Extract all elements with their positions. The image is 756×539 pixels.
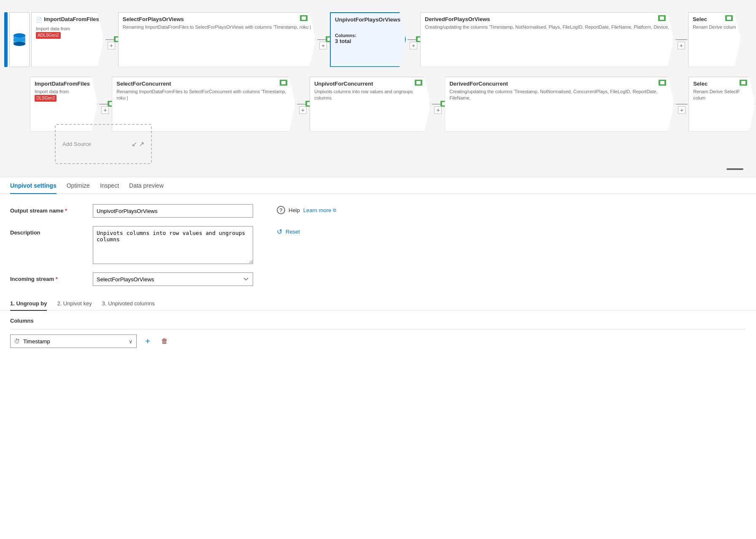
tab-unpivot-settings[interactable]: Unpivot settings (10, 177, 57, 194)
add-source-area[interactable]: Add Source ↙ ↗ (55, 124, 152, 164)
description-label: Description (10, 226, 86, 236)
derived-node-1-subtitle: Creating/updating the columns 'Timestamp… (425, 24, 669, 30)
column-add-button[interactable]: + (142, 335, 154, 347)
add-source-label: Add Source (62, 141, 91, 147)
derived-node-2-subtitle: Creating/updating the columns 'Timestamp… (449, 89, 670, 102)
sub-tab-unpivot-key[interactable]: 2. Unpivot key (57, 296, 92, 311)
unpivot-node-1-title: UnpivotForPlaysOrViews (335, 16, 401, 23)
learn-more-link[interactable]: Learn more ⧉ (303, 207, 336, 213)
select-node-1-title: SelectForPlaysOrViews (123, 16, 311, 22)
pipeline-row-1: 📄 ImportDataFromFiles Import data from A… (4, 7, 756, 72)
required-indicator-1: * (65, 208, 67, 214)
import-node-1-title: ImportDataFromFiles (44, 16, 99, 22)
derived-node-1-title: DerivedForPlaysOrViews (425, 16, 669, 22)
unpivot-node-1[interactable]: UnpivotForPlaysOrViews Columns: 3 total (330, 12, 407, 67)
connector-r2-1: + (99, 104, 111, 105)
redacted-2: DLSGen2 (35, 95, 57, 102)
derived-node-2-title: DerivedForConcurrent (449, 81, 670, 87)
plus-icon: + (145, 337, 150, 346)
help-text: Help (289, 207, 300, 213)
connector-2: + (317, 39, 329, 40)
select-node-4-subtitle: Renam Derive SelectF colum (693, 89, 751, 102)
select-node-2[interactable]: Selec Renam Derive colum (688, 12, 742, 67)
select-node-4-icon (740, 80, 747, 86)
help-icon: ? (277, 206, 285, 214)
connector-1: + (105, 39, 117, 40)
reset-icon: ↺ (277, 228, 282, 236)
derived-node-1-icon (658, 15, 666, 21)
unpivot-node-2-title: UnpivotForConcurrent (314, 81, 426, 87)
connector-r2-4: + (676, 104, 688, 105)
sub-tab-unpivoted[interactable]: 3. Unpivoted columns (102, 296, 155, 311)
import-node-2-title: ImportDataFromFiles (35, 81, 93, 87)
select-node-4[interactable]: Selec Renam Derive SelectF colum (688, 77, 756, 132)
reset-button[interactable]: ↺ Reset (277, 228, 300, 236)
trash-icon: 🗑 (161, 337, 168, 345)
columns-divider (10, 329, 746, 329)
import-node-1[interactable]: 📄 ImportDataFromFiles Import data from A… (31, 12, 105, 67)
chevron-up-icon: ↗ (139, 140, 144, 148)
plus-btn-r2-1[interactable]: + (101, 106, 109, 114)
sub-tabs: 1. Ungroup by 2. Unpivot key 3. Unpivote… (0, 296, 756, 311)
pipeline-left-bar (4, 12, 8, 67)
plus-btn-r2-2[interactable]: + (299, 106, 307, 114)
output-stream-label: Output stream name * (10, 204, 86, 214)
plus-btn-r2-3[interactable]: + (434, 106, 442, 114)
connector-4: + (675, 39, 687, 40)
svg-point-2 (14, 42, 25, 46)
import-node-1-subtitle: Import data from ADLSGen2 (36, 26, 99, 39)
derived-node-1[interactable]: DerivedForPlaysOrViews Creating/updating… (420, 12, 675, 67)
select-node-2-subtitle: Renam Derive colum (693, 24, 736, 30)
select-node-1[interactable]: SelectForPlaysOrViews Renaming ImportDat… (118, 12, 316, 67)
plus-btn-2[interactable]: + (319, 42, 327, 49)
description-textarea[interactable]: Unpivots columns into row values and ung… (93, 226, 253, 264)
select-node-3-title: SelectForConcurrent (116, 81, 291, 87)
main-tabs: Unpivot settings Optimize Inspect Data p… (0, 177, 756, 194)
select-node-3-icon (280, 80, 287, 86)
chevron-down-icon: ↙ (132, 140, 137, 148)
connector-r2-2: + (297, 104, 309, 105)
derived-node-2-icon (659, 80, 666, 86)
column-type-icon: ⏱ (11, 338, 23, 345)
help-row: ? Help Learn more ⧉ (277, 206, 336, 214)
db-icon-box-1 (9, 12, 30, 67)
column-select-wrapper[interactable]: ⏱ Timestamp ∨ (10, 334, 137, 348)
select-node-3[interactable]: SelectForConcurrent Renaming ImportDataF… (112, 77, 296, 132)
unpivot-node-1-label: Columns: (335, 33, 401, 38)
tab-data-preview[interactable]: Data preview (129, 177, 164, 194)
output-stream-input[interactable] (93, 204, 253, 218)
unpivot-node-2-subtitle: Unpivots columns into row values and ung… (314, 89, 426, 102)
incoming-stream-row: Incoming stream * SelectForPlaysOrViews (10, 272, 746, 286)
incoming-stream-label: Incoming stream * (10, 272, 86, 282)
plus-btn-1[interactable]: + (108, 42, 115, 49)
help-learn-more-area: ? Help Learn more ⧉ (277, 204, 336, 214)
plus-btn-r2-4[interactable]: + (678, 106, 686, 114)
plus-btn-4[interactable]: + (678, 42, 685, 49)
settings-panel: Unpivot settings Optimize Inspect Data p… (0, 177, 756, 355)
unpivot-node-2[interactable]: UnpivotForConcurrent Unpivots columns in… (310, 77, 432, 132)
tab-optimize[interactable]: Optimize (67, 177, 90, 194)
database-icon (13, 32, 26, 47)
svg-point-3 (14, 38, 25, 42)
column-select[interactable]: Timestamp (23, 338, 125, 345)
column-row-1: ⏱ Timestamp ∨ + 🗑 (10, 334, 746, 348)
add-source-icons: ↙ ↗ (132, 140, 144, 148)
unpivot-node-1-count: 3 total (335, 38, 401, 44)
select-node-3-subtitle: Renaming ImportDataFromFiles to SelectFo… (116, 89, 291, 102)
plus-btn-3[interactable]: + (410, 42, 417, 49)
column-chevron-icon: ∨ (125, 338, 136, 345)
tab-inspect[interactable]: Inspect (100, 177, 119, 194)
derived-node-2[interactable]: DerivedForConcurrent Creating/updating t… (445, 77, 675, 132)
incoming-stream-select[interactable]: SelectForPlaysOrViews (93, 272, 253, 286)
output-stream-row: Output stream name * ? Help Learn more ⧉ (10, 204, 746, 218)
columns-section: Columns ⏱ Timestamp ∨ + 🗑 (0, 311, 756, 355)
sub-tab-ungroup[interactable]: 1. Ungroup by (10, 296, 47, 311)
import-node-2[interactable]: ImportDataFromFiles Import data from DLS… (30, 77, 98, 132)
connector-r2-3: + (432, 104, 444, 105)
column-delete-button[interactable]: 🗑 (159, 335, 170, 347)
description-row: Description Unpivots columns into row va… (10, 226, 746, 264)
import-node-2-subtitle: Import data from DLSGen2 (35, 89, 93, 102)
reset-label: Reset (286, 229, 300, 235)
canvas-scroll-bar (726, 168, 743, 170)
pipeline-canvas: 📄 ImportDataFromFiles Import data from A… (0, 0, 756, 177)
